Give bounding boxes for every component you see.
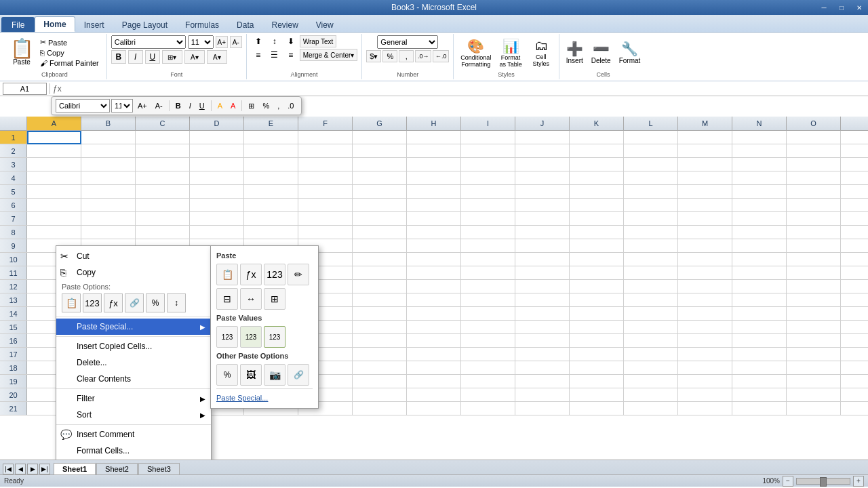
mini-highlight-button[interactable]: A — [214, 100, 226, 112]
cell-K1[interactable] — [570, 131, 624, 144]
paste-sub-col-widths[interactable]: ↔ — [240, 288, 262, 310]
cell-J19[interactable] — [515, 375, 570, 388]
cell-N19[interactable] — [732, 375, 787, 388]
cell-J9[interactable] — [515, 239, 570, 253]
row-num-12[interactable]: 12 — [0, 280, 27, 293]
wrap-text-button[interactable]: Wrap Text — [300, 35, 337, 47]
cell-G11[interactable] — [353, 266, 407, 280]
cell-I14[interactable] — [461, 307, 515, 321]
sheet-first-button[interactable]: |◀ — [3, 464, 14, 474]
cell-N6[interactable] — [732, 199, 787, 212]
ctx-format-cells[interactable]: Format Cells... — [56, 443, 211, 459]
number-format-select[interactable]: General — [377, 35, 438, 49]
cell-C8[interactable] — [136, 226, 190, 239]
cell-C2[interactable] — [136, 144, 190, 158]
cell-H2[interactable] — [407, 144, 461, 158]
row-num-19[interactable]: 19 — [0, 375, 27, 388]
cell-M20[interactable] — [678, 388, 732, 402]
cell-M15[interactable] — [678, 321, 732, 334]
cell-O6[interactable] — [787, 199, 841, 212]
cell-M19[interactable] — [678, 375, 732, 388]
cell-J21[interactable] — [515, 402, 570, 415]
paste-opt-5[interactable]: % — [146, 293, 165, 312]
paste-other-2[interactable]: 🖼 — [240, 364, 262, 386]
cell-F3[interactable] — [298, 158, 353, 171]
cell-N8[interactable] — [732, 226, 787, 239]
row-num-7[interactable]: 7 — [0, 212, 27, 225]
cell-K17[interactable] — [570, 348, 624, 361]
cell-F1[interactable] — [298, 131, 353, 144]
cell-L3[interactable] — [624, 158, 678, 171]
cell-O12[interactable] — [787, 280, 841, 293]
row-num-13[interactable]: 13 — [0, 293, 27, 306]
zoom-out-button[interactable]: − — [783, 476, 793, 487]
tab-view[interactable]: View — [307, 17, 342, 32]
sheet-next-button[interactable]: ▶ — [27, 464, 38, 474]
cell-E1[interactable] — [244, 131, 298, 144]
cell-J8[interactable] — [515, 226, 570, 239]
cell-N15[interactable] — [732, 321, 787, 334]
cell-O4[interactable] — [787, 171, 841, 185]
cell-O10[interactable] — [787, 253, 841, 266]
cell-H12[interactable] — [407, 280, 461, 293]
cell-K5[interactable] — [570, 185, 624, 199]
ctx-delete[interactable]: Delete... — [56, 354, 211, 371]
cell-D4[interactable] — [190, 171, 244, 185]
ctx-cut[interactable]: ✂ Cut — [56, 248, 211, 264]
cell-L19[interactable] — [624, 375, 678, 388]
sheet-tab-3[interactable]: Sheet3 — [138, 463, 180, 474]
cell-G13[interactable] — [353, 293, 407, 307]
format-painter-button[interactable]: 🖌 Format Painter — [38, 58, 101, 68]
row-num-1[interactable]: 1 — [0, 131, 27, 144]
cell-A4[interactable] — [27, 171, 81, 185]
cell-J7[interactable] — [515, 212, 570, 226]
cell-N12[interactable] — [732, 280, 787, 293]
cell-N3[interactable] — [732, 158, 787, 171]
cell-K7[interactable] — [570, 212, 624, 226]
cell-C6[interactable] — [136, 199, 190, 212]
cell-H20[interactable] — [407, 388, 461, 402]
col-header-C[interactable]: C — [136, 117, 190, 130]
cell-B5[interactable] — [81, 185, 136, 199]
paste-other-3[interactable]: 📷 — [264, 364, 285, 386]
cell-I15[interactable] — [461, 321, 515, 334]
paste-opt-2[interactable]: 123 — [83, 293, 102, 312]
increase-decimal-button[interactable]: .0→ — [415, 50, 431, 62]
cell-L20[interactable] — [624, 388, 678, 402]
cell-F6[interactable] — [298, 199, 353, 212]
sheet-last-button[interactable]: ▶| — [39, 464, 50, 474]
zoom-slider[interactable] — [796, 478, 850, 485]
cell-M2[interactable] — [678, 144, 732, 158]
cell-G2[interactable] — [353, 144, 407, 158]
cell-N7[interactable] — [732, 212, 787, 226]
cell-K6[interactable] — [570, 199, 624, 212]
paste-sub-values[interactable]: 123 — [264, 264, 285, 285]
cell-L10[interactable] — [624, 253, 678, 266]
cell-L5[interactable] — [624, 185, 678, 199]
cell-A3[interactable] — [27, 158, 81, 171]
cell-N17[interactable] — [732, 348, 787, 361]
cell-J16[interactable] — [515, 334, 570, 348]
mini-increase-decimal-button[interactable]: .0 — [284, 100, 297, 112]
decrease-decimal-button[interactable]: ←.0 — [433, 50, 449, 62]
align-middle-button[interactable]: ↕ — [267, 35, 282, 47]
cell-L14[interactable] — [624, 307, 678, 321]
currency-button[interactable]: $▾ — [366, 50, 381, 62]
col-header-F[interactable]: F — [298, 117, 353, 130]
align-bottom-button[interactable]: ⬇ — [283, 35, 298, 47]
mini-percent-button[interactable]: % — [259, 100, 273, 112]
cell-N16[interactable] — [732, 334, 787, 348]
cell-H21[interactable] — [407, 402, 461, 415]
cell-I6[interactable] — [461, 199, 515, 212]
col-header-L[interactable]: L — [624, 117, 678, 130]
cell-K14[interactable] — [570, 307, 624, 321]
cell-A1[interactable] — [27, 131, 81, 144]
cell-J18[interactable] — [515, 361, 570, 375]
cell-H4[interactable] — [407, 171, 461, 185]
border-button[interactable]: ⊞▾ — [162, 50, 182, 64]
mini-decrease-font-button[interactable]: A- — [152, 100, 166, 112]
cell-B7[interactable] — [81, 212, 136, 226]
cell-L21[interactable] — [624, 402, 678, 415]
paste-other-1[interactable]: % — [216, 364, 238, 386]
col-header-J[interactable]: J — [515, 117, 570, 130]
